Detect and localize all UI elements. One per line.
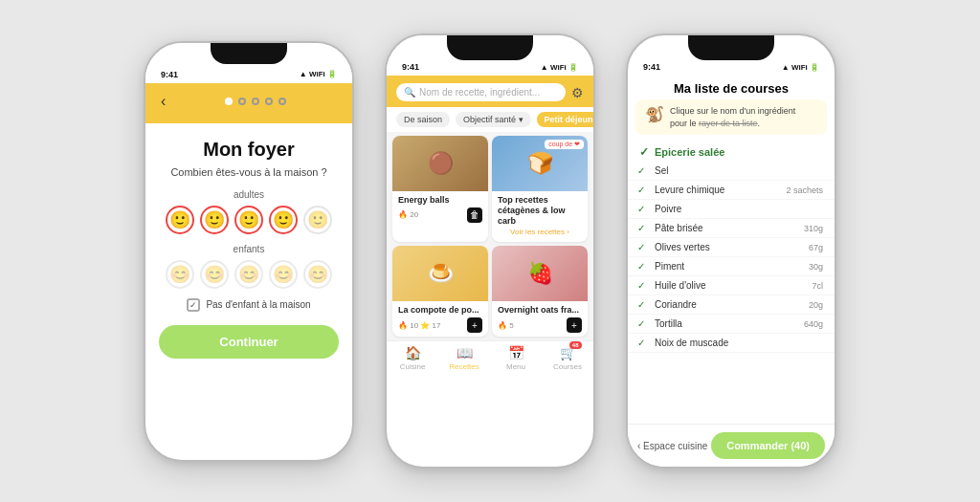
check-piment: ✓ — [637, 261, 649, 272]
phone1-content: Mon foyer Combien êtes-vous à la maison … — [145, 123, 352, 368]
recipe-meta-energy-balls: 🔥 20 🗑 — [398, 207, 482, 223]
phone-1: 9:41 ▲ WiFi 🔋 ‹ Mon foyer Combien êtes-v… — [144, 41, 354, 462]
item-huile[interactable]: ✓ Huile d'olive 7cl — [628, 276, 835, 295]
phone3-title: Ma liste de courses — [628, 76, 835, 99]
item-coriandre[interactable]: ✓ Coriandre 20g — [628, 295, 835, 315]
continuer-button[interactable]: Continuer — [159, 325, 339, 359]
nav-cuisine-label: Cuisine — [400, 362, 426, 371]
adult-4[interactable]: 🙂 — [269, 206, 298, 234]
tag-objectif-sante[interactable]: Objectif santé ▾ — [456, 112, 531, 127]
monkey-text: Clique sur le nom d'un ingrédientpour le… — [670, 105, 795, 129]
section-label-text: Epicerie salée — [655, 146, 724, 158]
item-olives[interactable]: ✓ Olives vertes 67g — [628, 238, 835, 257]
check-noix-muscade: ✓ — [637, 338, 649, 348]
recipe-add-energy-balls[interactable]: 🗑 — [467, 207, 482, 223]
nav-menu[interactable]: 📅 Menu — [490, 345, 542, 371]
checkbox-check: ✓ — [189, 300, 197, 310]
nav-recettes-label: Recettes — [449, 362, 479, 371]
recipe-meta-overnight: 🔥 5 + — [498, 317, 582, 333]
name-olives: Olives vertes — [655, 242, 803, 252]
item-tortilla[interactable]: ✓ Tortilla 640g — [628, 315, 835, 334]
recipe-card-overnight[interactable]: 🍓 Overnight oats fra... 🔥 5 + — [492, 246, 588, 337]
child-1[interactable]: 😊 — [166, 260, 194, 289]
recipe-add-overnight[interactable]: + — [567, 317, 582, 333]
recipe-info-overnight: Overnight oats fra... 🔥 5 + — [492, 301, 588, 337]
no-children-row: ✓ Pas d'enfant à la maison — [159, 298, 339, 312]
status-icons-3: ▲ WiFi 🔋 — [782, 63, 819, 72]
nav-courses-badge-wrap: 🛒 48 — [560, 345, 576, 360]
child-2[interactable]: 😊 — [200, 260, 229, 289]
item-sel[interactable]: ✓ Sel — [628, 162, 835, 181]
name-tortilla: Tortilla — [655, 318, 798, 329]
name-huile: Huile d'olive — [655, 280, 806, 291]
phone3-bottom: ‹ Espace cuisine Commander (40) — [628, 424, 835, 467]
phone-3: 9:41 ▲ WiFi 🔋 Ma liste de courses 🐒 Cliq… — [626, 33, 836, 469]
dot-5 — [278, 98, 286, 105]
name-poivre: Poivre — [655, 204, 817, 214]
nav-courses-label: Courses — [553, 362, 582, 371]
nav-courses[interactable]: 🛒 48 Courses — [542, 345, 593, 371]
qty-levure: 2 sachets — [786, 186, 823, 195]
commander-button[interactable]: Commander (40) — [711, 432, 825, 459]
no-children-checkbox[interactable]: ✓ — [187, 298, 200, 312]
recipe-name-low-carb: Top recettes cétagènes & low carb — [498, 195, 582, 226]
espace-cuisine-link[interactable]: ‹ Espace cuisine — [637, 441, 707, 451]
filter-icon[interactable]: ⚙ — [571, 85, 584, 100]
progress-dots — [173, 98, 337, 105]
child-5[interactable]: 😊 — [303, 260, 332, 289]
recipe-rating-energy-balls: 🔥 20 — [398, 210, 418, 219]
nav-recettes[interactable]: 📖 Recettes — [438, 345, 490, 371]
adult-2[interactable]: 🙂 — [200, 206, 229, 234]
recipe-card-energy-balls[interactable]: 🟤 Energy balls 🔥 20 🗑 — [392, 136, 488, 242]
item-levure[interactable]: ✓ Levure chimique 2 sachets — [628, 181, 835, 200]
search-placeholder: Nom de recette, ingrédient... — [419, 87, 540, 98]
status-icons-2: ▲ WiFi 🔋 — [541, 63, 578, 72]
recipe-card-compote[interactable]: 🍮 La compote de po... 🔥 10 ⭐ 17 + — [392, 246, 488, 337]
recipe-info-compote: La compote de po... 🔥 10 ⭐ 17 + — [392, 301, 488, 337]
children-label: enfants — [159, 244, 339, 254]
name-coriandre: Coriandre — [655, 299, 803, 310]
back-arrow[interactable]: ‹ — [161, 93, 166, 110]
see-more-low-carb[interactable]: Voir les recettes › — [498, 226, 582, 238]
recipe-img-overnight: 🍓 — [492, 246, 588, 301]
child-3[interactable]: 😊 — [234, 260, 263, 289]
item-piment[interactable]: ✓ Piment 30g — [628, 257, 835, 276]
status-icons-1: ▲ WiFi 🔋 — [300, 70, 337, 78]
qty-tortilla: 640g — [804, 319, 823, 329]
adult-5[interactable]: 🙂 — [303, 206, 332, 234]
name-piment: Piment — [655, 261, 803, 272]
item-noix-muscade[interactable]: ✓ Noix de muscade — [628, 334, 835, 353]
dot-1 — [225, 98, 233, 105]
name-levure: Levure chimique — [655, 185, 780, 195]
monkey-emoji: 🐒 — [645, 105, 664, 123]
check-pate-brisee: ✓ — [637, 223, 649, 233]
dot-3 — [252, 98, 259, 105]
tag-petit-dejeuner[interactable]: Petit déjeuner ▾ — [537, 112, 593, 127]
phone-notch-3 — [688, 35, 774, 60]
recipe-img-compote: 🍮 — [392, 246, 488, 301]
item-poivre[interactable]: ✓ Poivre — [628, 200, 835, 219]
adult-3[interactable]: 🙂 — [234, 206, 263, 234]
recipe-name-compote: La compote de po... — [398, 305, 482, 316]
check-levure: ✓ — [637, 185, 649, 195]
item-pate-brisee[interactable]: ✓ Pâte brisée 310g — [628, 219, 835, 238]
name-noix-muscade: Noix de muscade — [655, 338, 817, 348]
recipe-card-low-carb[interactable]: 🍞 coup de ❤ Top recettes cétagènes & low… — [492, 136, 588, 242]
recipe-img-energy-balls: 🟤 — [392, 136, 488, 191]
adult-1[interactable]: 🙂 — [166, 206, 194, 234]
nav-cuisine[interactable]: 🏠 Cuisine — [387, 345, 438, 371]
section-check-icon: ✓ — [639, 145, 649, 159]
recipe-name-overnight: Overnight oats fra... — [498, 305, 582, 316]
search-bar[interactable]: 🔍 Nom de recette, ingrédient... — [396, 83, 566, 101]
name-sel: Sel — [655, 165, 817, 176]
qty-pate-brisee: 310g — [804, 224, 823, 233]
monkey-tip: 🐒 Clique sur le nom d'un ingrédientpour … — [635, 99, 827, 135]
foyer-subtitle: Combien êtes-vous à la maison ? — [159, 166, 339, 178]
recipe-meta-compote: 🔥 10 ⭐ 17 + — [398, 317, 482, 333]
child-4[interactable]: 😊 — [269, 260, 298, 289]
tag-de-saison[interactable]: De saison — [396, 112, 450, 127]
adults-row: 🙂 🙂 🙂 🙂 🙂 — [159, 206, 339, 234]
recipe-add-compote[interactable]: + — [467, 317, 482, 333]
cuisine-icon: 🏠 — [405, 345, 421, 360]
grocery-list: ✓ Sel ✓ Levure chimique 2 sachets ✓ Poiv… — [628, 162, 835, 424]
